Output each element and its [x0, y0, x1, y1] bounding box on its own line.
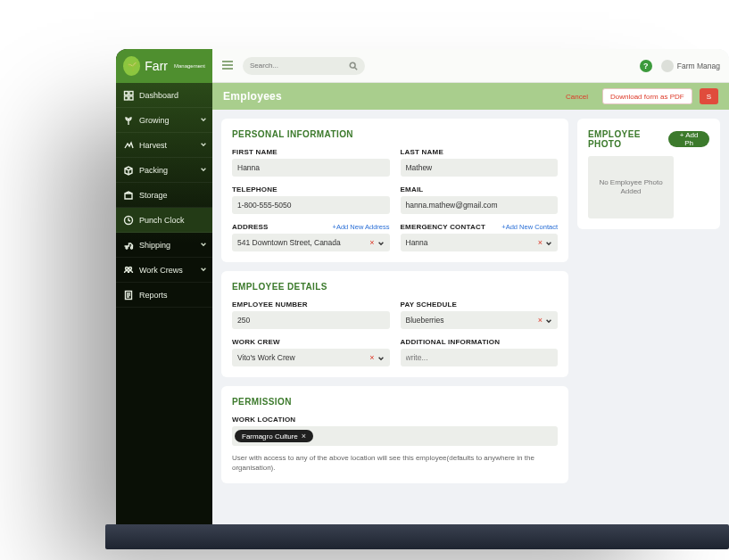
first-name-input[interactable] — [237, 163, 385, 172]
user-menu[interactable]: Farm Manag — [661, 60, 720, 72]
svg-rect-2 — [125, 96, 128, 100]
clear-icon[interactable]: × — [538, 238, 543, 247]
sidebar-item-label: Storage — [139, 191, 168, 200]
sidebar-item-storage[interactable]: Storage — [116, 183, 212, 208]
shipping-icon — [123, 240, 134, 251]
section-title: PERSONAL INFORMATION — [232, 129, 558, 139]
download-pdf-button[interactable]: Download form as PDF — [602, 88, 692, 104]
svg-rect-0 — [125, 91, 128, 95]
svg-point-5 — [126, 267, 128, 269]
chevron-down-icon[interactable] — [545, 312, 552, 328]
first-name-label: FIRST NAME — [232, 148, 278, 156]
clear-icon[interactable]: × — [538, 316, 543, 325]
svg-point-6 — [129, 267, 132, 269]
page-title: Employees — [223, 90, 282, 103]
sidebar-item-growing[interactable]: Growing — [116, 108, 212, 133]
menu-toggle-icon[interactable] — [221, 58, 234, 74]
sidebar-item-label: Shipping — [139, 241, 170, 250]
chevron-down-icon[interactable] — [377, 350, 385, 366]
chevron-down-icon[interactable] — [545, 235, 552, 251]
save-button[interactable]: S — [700, 88, 718, 104]
search-input[interactable] — [250, 62, 344, 70]
help-icon[interactable]: ? — [640, 60, 652, 72]
permission-card: PERMISSION WORK LOCATION Farmagro Cultur… — [221, 386, 568, 483]
crews-icon — [123, 265, 134, 276]
brand-name: Farr — [145, 59, 168, 73]
work-crew-select[interactable]: Vito's Work Crew × — [232, 349, 390, 366]
email-input[interactable] — [406, 201, 553, 210]
address-select[interactable]: 541 Downtown Street, Canada × — [232, 234, 390, 251]
additional-info-input[interactable] — [406, 353, 553, 362]
chevron-down-icon[interactable] — [377, 235, 385, 251]
chevron-down-icon — [200, 166, 207, 175]
search-icon — [349, 62, 358, 70]
section-title: EMPLOYEE PHOTO — [588, 129, 668, 149]
clear-icon[interactable]: × — [369, 353, 374, 362]
pay-schedule-label: PAY SCHEDULE — [401, 301, 458, 309]
sidebar-item-punch-clock[interactable]: Punch Clock — [116, 208, 212, 233]
harvest-icon — [123, 140, 134, 151]
clock-icon — [123, 215, 134, 226]
section-title: EMPLOYEE DETAILS — [232, 282, 558, 292]
sidebar-item-harvest[interactable]: Harvest — [116, 133, 212, 158]
last-name-input[interactable] — [406, 163, 553, 172]
sidebar-item-label: Work Crews — [139, 266, 183, 275]
section-title: PERMISSION — [232, 397, 558, 407]
search-box[interactable] — [243, 57, 365, 75]
sidebar-item-packing[interactable]: Packing — [116, 158, 212, 183]
growing-icon — [123, 115, 134, 126]
svg-point-8 — [350, 62, 355, 68]
photo-placeholder: No Employee Photo Added — [588, 156, 674, 218]
cancel-button[interactable]: Cancel — [559, 88, 595, 104]
topbar: ? Farm Manag — [212, 49, 729, 83]
sidebar-item-reports[interactable]: Reports — [116, 283, 212, 308]
dashboard-icon — [123, 90, 134, 101]
remove-chip-icon[interactable]: × — [302, 432, 306, 441]
work-location-label: WORK LOCATION — [232, 416, 295, 424]
permission-note: User with access to any of the above loc… — [232, 453, 558, 473]
personal-info-card: PERSONAL INFORMATION FIRST NAME LAST NAM… — [221, 119, 568, 262]
sidebar-item-label: Harvest — [139, 141, 167, 150]
telephone-label: TELEPHONE — [232, 185, 278, 194]
chevron-down-icon — [200, 141, 207, 150]
add-address-link[interactable]: +Add New Address — [333, 223, 390, 231]
chevron-down-icon — [200, 116, 207, 125]
packing-icon — [123, 165, 134, 176]
employee-details-card: EMPLOYEE DETAILS EMPLOYEE NUMBER PAY SCH… — [221, 271, 568, 377]
logo: 🌱 Farr Management — [116, 49, 212, 83]
emergency-select[interactable]: Hanna × — [401, 234, 559, 251]
user-name: Farm Manag — [677, 62, 720, 70]
employee-photo-card: EMPLOYEE PHOTO + Add Ph No Employee Phot… — [577, 119, 720, 229]
emergency-label: EMERGENCY CONTACT — [401, 223, 486, 231]
emp-number-label: EMPLOYEE NUMBER — [232, 301, 308, 309]
chevron-down-icon — [200, 266, 207, 275]
location-chip: Farmagro Culture × — [235, 430, 313, 442]
work-crew-label: WORK CREW — [232, 338, 280, 346]
pay-schedule-select[interactable]: Blueberries × — [401, 311, 559, 329]
svg-rect-3 — [129, 96, 133, 100]
sidebar-item-label: Reports — [139, 291, 168, 300]
sidebar-item-label: Growing — [139, 116, 170, 125]
clear-icon[interactable]: × — [369, 238, 374, 247]
titlebar: Employees Cancel Download form as PDF S — [212, 83, 729, 110]
sidebar-item-label: Punch Clock — [139, 216, 185, 225]
add-contact-link[interactable]: +Add New Contact — [501, 223, 558, 231]
sidebar-item-label: Packing — [139, 166, 168, 175]
avatar-icon — [661, 60, 674, 72]
sidebar-item-shipping[interactable]: Shipping — [116, 233, 212, 258]
logo-icon: 🌱 — [123, 56, 140, 76]
storage-icon — [123, 190, 134, 201]
emp-number-input[interactable] — [237, 316, 385, 325]
brand-sub: Management — [174, 63, 205, 69]
email-label: EMAIL — [401, 185, 424, 194]
sidebar-item-dashboard[interactable]: Dashboard — [116, 83, 212, 108]
add-photo-button[interactable]: + Add Ph — [668, 131, 709, 147]
reports-icon — [123, 290, 134, 301]
additional-info-label: ADDITIONAL INFORMATION — [401, 338, 501, 346]
telephone-input[interactable] — [237, 201, 385, 210]
sidebar-item-work-crews[interactable]: Work Crews — [116, 258, 212, 283]
last-name-label: LAST NAME — [401, 148, 443, 156]
address-label: ADDRESS — [232, 223, 269, 231]
work-location-input[interactable]: Farmagro Culture × — [232, 426, 558, 446]
sidebar: 🌱 Farr Management DashboardGrowingHarves… — [116, 49, 212, 533]
